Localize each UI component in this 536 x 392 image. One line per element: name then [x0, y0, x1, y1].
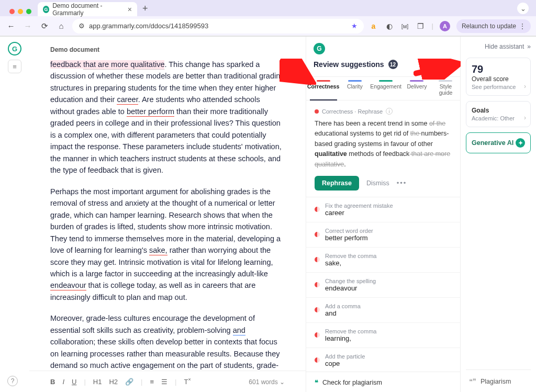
- paragraph-3: Moreover, grade-less cultures encourage …: [50, 312, 285, 371]
- close-window-dot[interactable]: [9, 9, 15, 14]
- score-value: 79: [472, 63, 525, 75]
- quotes-icon: ❝: [315, 378, 318, 386]
- address-bar: ← → ⟳ ⌂ ⚙ app.grammarly.com/ddocs/141859…: [0, 16, 536, 36]
- more-actions-icon[interactable]: •••: [397, 179, 407, 187]
- rephrase-button[interactable]: Rephrase: [315, 176, 359, 191]
- close-tab-icon[interactable]: ×: [128, 5, 132, 14]
- numbered-list-button[interactable]: ≡: [150, 378, 154, 386]
- hide-assistant-button[interactable]: Hide assistant »: [485, 43, 531, 52]
- score-label: Overall score: [472, 75, 525, 83]
- suggestion-item[interactable]: Remove the commasake,: [306, 248, 460, 273]
- suggestion-text: There has been a recent trend in some of…: [315, 119, 452, 170]
- check-plagiarism-button[interactable]: ❝ Check for plagiarism: [306, 372, 460, 392]
- home-icon[interactable]: ⌂: [55, 21, 67, 30]
- suggestion-value: and: [325, 309, 361, 317]
- active-suggestion-card: Correctness · Rephrase i There has been …: [306, 100, 460, 197]
- plagiarism-footer-button[interactable]: ❝❞ Plagiarism: [466, 369, 531, 392]
- dismiss-button[interactable]: Dismiss: [366, 180, 389, 187]
- extensions-menu-icon[interactable]: ❐: [416, 22, 426, 30]
- paragraph-1: feedback that are more qualitative. This…: [50, 59, 285, 176]
- panel-title: Review suggestions: [314, 60, 384, 69]
- suggestion-item[interactable]: Remove the commalearning,: [306, 323, 460, 348]
- browser-tab[interactable]: G Demo document - Grammarly ×: [38, 2, 137, 16]
- h1-button[interactable]: H1: [93, 378, 102, 386]
- clear-formatting-button[interactable]: T×: [184, 378, 188, 386]
- quotes-outline-icon: ❝❞: [469, 377, 476, 385]
- outline-toggle-icon[interactable]: ≡: [8, 60, 21, 73]
- link-button[interactable]: 🔗: [125, 378, 133, 386]
- suggestion-hint: Remove the comma: [325, 328, 376, 334]
- generative-ai-button[interactable]: Generative AI ✦: [466, 132, 531, 153]
- overall-score-card[interactable]: 79 Overall score See performance ›: [466, 58, 531, 96]
- document-body[interactable]: feedback that are more qualitative. This…: [29, 53, 306, 371]
- suggestion-item[interactable]: Correct word orderbetter perform: [306, 222, 460, 248]
- h2-button[interactable]: H2: [109, 378, 118, 386]
- suggestion-item[interactable]: Fix the agreement mistakecareer: [306, 197, 460, 222]
- right-sidebar: Hide assistant » 79 Overall score See pe…: [460, 37, 536, 392]
- site-settings-icon[interactable]: ⚙: [79, 22, 85, 30]
- goals-card[interactable]: Goals Academic: Other ›: [466, 101, 531, 127]
- suggestions-panel: G Review suggestions 12 Correctness Clar…: [306, 37, 460, 392]
- tab-strip: G Demo document - Grammarly × + ⌄: [0, 0, 536, 16]
- suggestions-count-badge: 12: [388, 60, 398, 69]
- ext-amazon-icon[interactable]: a: [369, 22, 378, 30]
- generative-ai-label: Generative AI: [472, 139, 513, 147]
- ext-dark-icon[interactable]: ◐: [385, 22, 394, 30]
- grammarly-favicon: G: [43, 6, 49, 13]
- url-input[interactable]: ⚙ app.grammarly.com/ddocs/1418599593 ★: [72, 19, 364, 33]
- suggestion-hint: Fix the agreement mistake: [325, 203, 393, 209]
- suggestion-list: Fix the agreement mistakecareerCorrect w…: [306, 197, 460, 372]
- relaunch-button[interactable]: Relaunch to update ⋮: [456, 19, 531, 33]
- chevron-double-right-icon: »: [527, 43, 531, 50]
- minimize-window-dot[interactable]: [18, 9, 23, 14]
- half-dot-icon: [315, 282, 320, 287]
- suggestion-item[interactable]: Add the particlecope: [306, 348, 460, 372]
- half-dot-icon: [315, 332, 320, 338]
- bookmark-star-icon[interactable]: ★: [351, 22, 358, 30]
- app-body: G ≡ Demo document feedback that are more…: [0, 37, 536, 392]
- half-dot-icon: [315, 307, 320, 312]
- tab-delivery[interactable]: Delivery: [403, 77, 431, 100]
- url-text: app.grammarly.com/ddocs/1418599593: [89, 22, 208, 30]
- back-icon[interactable]: ←: [5, 21, 17, 30]
- underline-button[interactable]: U: [72, 378, 76, 386]
- category-tabs: Correctness Clarity Engagement Delivery …: [306, 76, 460, 100]
- tab-overflow-icon[interactable]: ⌄: [517, 3, 529, 14]
- suggestion-type-label: Correctness · Rephrase i: [315, 108, 452, 115]
- suggestion-actions: Rephrase Dismiss •••: [315, 176, 452, 191]
- bold-button[interactable]: B: [50, 378, 55, 386]
- panel-logo-icon: G: [314, 43, 325, 54]
- suggestion-value: better perform: [325, 234, 373, 242]
- suggestion-item[interactable]: Change the spellingendeavour: [306, 273, 460, 298]
- info-icon[interactable]: i: [386, 108, 393, 115]
- extensions: a ◐ [м] ❐ | A Relaunch to update ⋮: [369, 19, 531, 33]
- suggestion-item[interactable]: Add a commaand: [306, 298, 460, 323]
- grammarly-logo-icon[interactable]: G: [8, 42, 21, 55]
- kebab-icon: ⋮: [519, 23, 526, 30]
- maximize-window-dot[interactable]: [26, 9, 31, 14]
- suggestion-hint: Add the particle: [325, 353, 365, 360]
- goals-title: Goals: [472, 107, 525, 114]
- document-title[interactable]: Demo document: [29, 37, 306, 53]
- tab-title: Demo document - Grammarly: [52, 2, 125, 17]
- tab-style-guide[interactable]: Style guide: [431, 77, 460, 100]
- chevron-right-icon: ›: [524, 83, 526, 90]
- bulleted-list-button[interactable]: ☰: [161, 378, 168, 386]
- word-count[interactable]: 601 words ⌄: [249, 378, 285, 386]
- help-icon[interactable]: ?: [7, 376, 18, 386]
- left-rail: G ≡: [0, 37, 29, 392]
- half-dot-icon: [315, 257, 320, 262]
- reload-icon[interactable]: ⟳: [39, 21, 50, 31]
- tab-engagement[interactable]: Engagement: [369, 77, 403, 100]
- ext-matrix-icon[interactable]: [м]: [400, 23, 410, 29]
- tab-clarity[interactable]: Clarity: [340, 77, 369, 100]
- suggestions-header: G Review suggestions 12: [306, 37, 460, 71]
- italic-button[interactable]: I: [62, 378, 64, 386]
- goals-hint: Academic: Other: [472, 115, 525, 121]
- profile-avatar[interactable]: A: [440, 21, 450, 31]
- suggestion-hint: Correct word order: [325, 228, 373, 234]
- paragraph-2: Perhaps the most important argument for …: [50, 186, 285, 304]
- new-tab-button[interactable]: +: [138, 3, 152, 14]
- tab-correctness[interactable]: Correctness: [306, 77, 340, 100]
- editor-toolbar: B I U | H1 H2 🔗 | ≡ ☰ | T× 601 words ⌄: [29, 371, 306, 392]
